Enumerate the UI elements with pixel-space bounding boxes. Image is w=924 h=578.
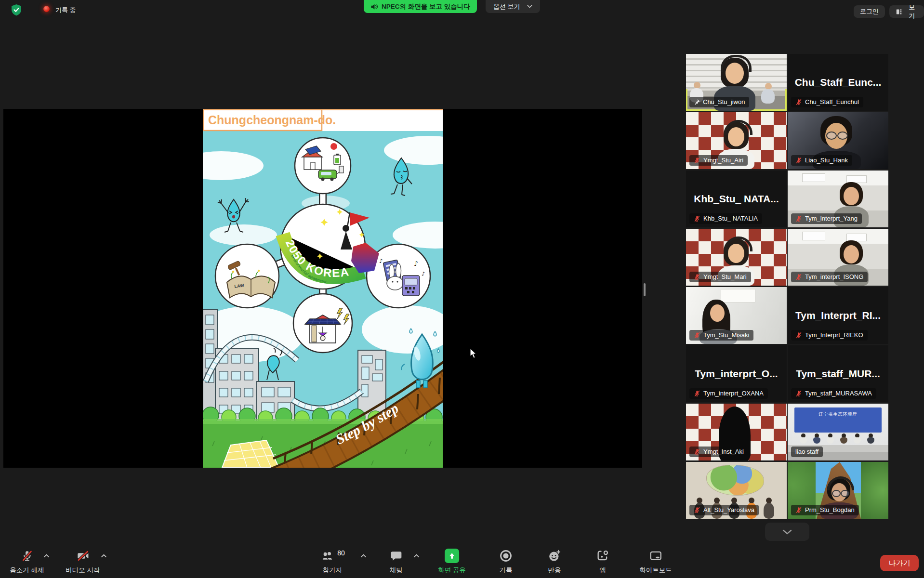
participant-tile[interactable]: Liao_Stu_Hank: [788, 112, 888, 169]
muted-mic-icon: [694, 332, 700, 339]
participants-label: 참가자: [323, 566, 343, 575]
shared-screen: 2050 KOREA environmental agreement: [3, 109, 642, 468]
muted-mic-icon: [694, 215, 700, 222]
participant-name-label: Tym_interprt_ISONG: [791, 272, 868, 282]
grid-icon: [896, 8, 902, 15]
record-label: 기록: [500, 566, 513, 575]
share-screen-button[interactable]: 화면 공유: [438, 549, 466, 575]
chat-label: 채팅: [390, 566, 403, 575]
muted-mic-icon: [795, 507, 802, 513]
svg-text:♪: ♪: [414, 260, 418, 267]
participant-name-label: Ymgt_Inst_Aki: [689, 447, 748, 457]
start-video-button[interactable]: 비디오 시작: [66, 549, 100, 575]
muted-mic-icon: [694, 390, 700, 397]
participant-tile[interactable]: Ymgt_Stu_Mari: [686, 229, 787, 286]
chat-options-caret-icon[interactable]: [413, 554, 420, 558]
muted-mic-icon: [795, 390, 802, 397]
view-label: 보기: [906, 3, 918, 20]
encryption-shield-icon[interactable]: [11, 4, 22, 16]
apps-icon: [596, 549, 609, 563]
participant-tile[interactable]: Prm_Stu_Bogdan: [788, 462, 888, 519]
poster-region-title: Chungcheongnam-do.: [208, 113, 336, 127]
participant-tile[interactable]: Alt_Stu_Yaroslava: [686, 462, 787, 519]
login-label: 로그인: [860, 7, 879, 16]
participant-name-label: Prm_Stu_Bogdan: [791, 505, 859, 515]
participant-tile[interactable]: 辽宁省生态环境厅liao staff: [788, 404, 888, 460]
muted-mic-icon: [795, 274, 802, 280]
mouse-cursor: [470, 348, 478, 359]
conference-banner: 辽宁省生态环境厅: [794, 407, 882, 433]
participant-name-label: Tym_interprt_Yang: [791, 213, 862, 224]
participant-name-label: Khb_Stu_ NATALIA: [689, 213, 762, 224]
camera-slash-icon: [76, 549, 90, 563]
muted-mic-icon: [694, 448, 700, 455]
muted-mic-icon: [795, 99, 802, 105]
participant-name-label: Alt_Stu_Yaroslava: [689, 505, 759, 515]
participant-name-label: Tym_staff_MURASAWA: [791, 388, 876, 399]
recording-label: 기록 중: [55, 6, 76, 14]
muted-mic-icon: [694, 507, 700, 513]
top-bar: 기록 중 NPEC의 화면을 보고 있습니다 옵션 보기 로그인: [0, 0, 924, 20]
speech-bubble-icon: [390, 550, 402, 562]
whiteboard-icon: [648, 549, 663, 563]
participant-name-label: Tym_Interprt_RIEKO: [791, 330, 868, 341]
speaker-icon: [370, 3, 378, 10]
banner-text: NPEC의 화면을 보고 있습니다: [382, 2, 470, 11]
viewing-screen-banner: NPEC의 화면을 보고 있습니다: [364, 0, 477, 13]
muted-mic-icon: [795, 215, 802, 222]
people-icon: [320, 550, 334, 562]
record-circle-icon: [499, 549, 513, 563]
panel-resize-handle[interactable]: [644, 283, 646, 296]
meeting-toolbar: 음소거 해제 비디오 시작: [0, 543, 924, 578]
zoom-meeting-window: 기록 중 NPEC의 화면을 보고 있습니다 옵션 보기 로그인: [0, 0, 924, 578]
participant-name-label: Liao_Stu_Hank: [791, 155, 852, 166]
smiley-plus-icon: [548, 549, 561, 563]
leave-button[interactable]: 나가기: [880, 555, 919, 571]
share-screen-label: 화면 공유: [438, 566, 466, 575]
participant-name-label: Ymgt_Stu_Mari: [689, 272, 751, 282]
view-options-label: 옵션 보기: [493, 2, 520, 11]
view-options-button[interactable]: 옵션 보기: [486, 0, 540, 13]
participant-tile[interactable]: Ymgt_Stu_Airi: [686, 112, 787, 169]
unmute-label: 음소거 해제: [10, 566, 44, 575]
muted-mic-icon: [694, 157, 700, 164]
participant-tile[interactable]: Tym_interprt_ISONG: [788, 229, 888, 286]
participant-name-label: Chu_Stu_jiwon: [689, 97, 749, 107]
participants-count: 80: [337, 549, 345, 557]
participant-name-label: liao staff: [791, 447, 823, 457]
record-button[interactable]: 기록: [499, 549, 513, 575]
participant-name-label: Chu_Staff_Eunchul: [791, 97, 863, 107]
muted-mic-icon: [694, 274, 700, 280]
participant-tile[interactable]: Tym_interprt_O...Tym_interprt_OXANA: [686, 345, 787, 402]
apps-label: 앱: [599, 566, 606, 575]
chat-button[interactable]: 채팅: [390, 549, 403, 575]
participant-tile[interactable]: Chu_Stu_jiwon: [686, 54, 787, 111]
participant-name-label: Ymgt_Stu_Airi: [689, 155, 748, 166]
reactions-button[interactable]: 반응: [548, 549, 561, 575]
view-button[interactable]: 보기: [889, 5, 924, 18]
mic-slash-icon: [21, 549, 33, 563]
participant-tile[interactable]: Ymgt_Inst_Aki: [686, 404, 787, 460]
svg-text:♪: ♪: [422, 271, 425, 277]
participant-tile[interactable]: Khb_Stu_ NATA...Khb_Stu_ NATALIA: [686, 171, 787, 227]
participants-caret-icon[interactable]: [360, 554, 367, 558]
whiteboard-button[interactable]: 화이트보드: [639, 549, 672, 575]
chevron-down-icon: [527, 5, 532, 8]
more-participants-button[interactable]: [765, 523, 809, 541]
participant-tile[interactable]: Tym_staff_MUR...Tym_staff_MURASAWA: [788, 345, 888, 402]
participant-name-label: Tym_interprt_OXANA: [689, 388, 768, 399]
apps-button[interactable]: 앱: [596, 549, 609, 575]
participant-tile[interactable]: Chu_Staff_Eunc...Chu_Staff_Eunchul: [788, 54, 888, 111]
participant-grid: Chu_Stu_jiwonChu_Staff_Eunc...Chu_Staff_…: [686, 54, 888, 519]
participant-tile[interactable]: Tym_Interprt_RI...Tym_Interprt_RIEKO: [788, 287, 888, 344]
unmute-button[interactable]: 음소거 해제: [10, 549, 44, 575]
mute-options-caret-icon[interactable]: [43, 554, 50, 558]
participants-button[interactable]: 80 참가자: [320, 549, 345, 575]
participant-tile[interactable]: Tym_interprt_Yang: [788, 171, 888, 227]
video-options-caret-icon[interactable]: [101, 554, 107, 558]
whiteboard-label: 화이트보드: [639, 566, 672, 575]
chevron-down-icon: [782, 529, 792, 535]
start-video-label: 비디오 시작: [66, 566, 100, 575]
login-button[interactable]: 로그인: [854, 5, 885, 18]
participant-tile[interactable]: Tym_Stu_Misaki: [686, 287, 787, 344]
